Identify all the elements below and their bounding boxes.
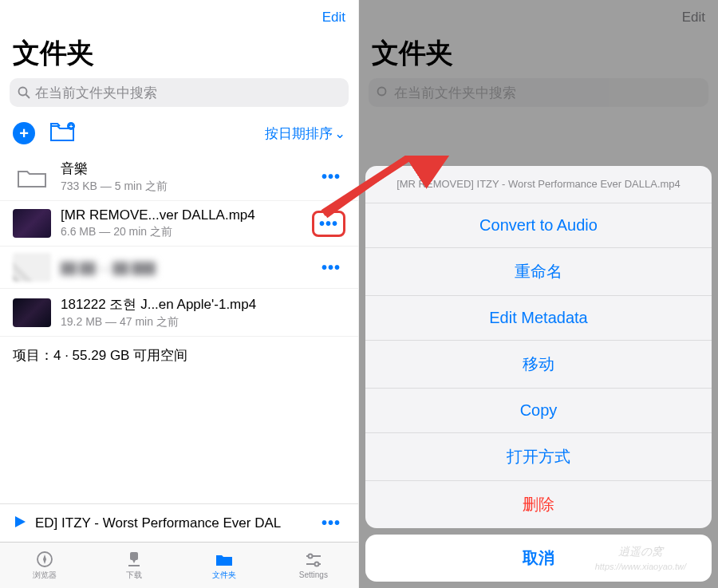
watermark: 逍遥の窝https://www.xiaoyao.tw/ [595, 545, 686, 572]
now-playing-title: ED] ITZY - Worst Performance Ever DAL [35, 515, 306, 531]
left-panel: Edit 文件夹 在当前文件夹中搜索 + + 按日期排序 ⌄ 音樂 733 KB… [0, 0, 359, 588]
search-icon [18, 86, 30, 99]
more-button[interactable]: ••• [312, 211, 345, 237]
tab-download[interactable]: 下载 [89, 543, 179, 588]
list-item[interactable]: 音樂 733 KB — 5 min 之前 ••• [0, 153, 358, 201]
action-open-with[interactable]: 打开方式 [365, 433, 712, 481]
list-item[interactable]: [MR REMOVE...ver DALLA.mp4 6.6 MB — 20 m… [0, 201, 358, 247]
topbar: Edit [0, 0, 358, 35]
svg-point-0 [19, 88, 27, 96]
compass-icon [34, 551, 55, 568]
file-subtitle: ██ ██ — ██ ███ [61, 262, 307, 274]
svg-marker-4 [15, 516, 26, 527]
tab-browser[interactable]: 浏览器 [0, 543, 89, 588]
action-delete[interactable]: 删除 [365, 481, 712, 528]
file-list: 音樂 733 KB — 5 min 之前 ••• [MR REMOVE...ve… [0, 153, 358, 503]
sheet-title: [MR REMOVED] ITZY - Worst Performance Ev… [365, 166, 712, 203]
action-edit-metadata[interactable]: Edit Metadata [365, 296, 712, 341]
svg-point-10 [308, 554, 312, 558]
right-panel: Edit 文件夹 在当前文件夹中搜索 [MR REMOVED] ITZY - W… [359, 0, 718, 588]
file-name: 181222 조현 J...en Apple'-1.mp4 [61, 295, 345, 314]
folder-icon [214, 551, 235, 568]
folder-icon [13, 163, 51, 191]
folder-plus-icon: + [49, 121, 75, 142]
tab-settings[interactable]: Settings [269, 543, 358, 588]
sliders-icon [303, 551, 324, 569]
svg-text:+: + [69, 123, 73, 130]
now-playing-bar[interactable]: ED] ITZY - Worst Performance Ever DAL ••… [0, 503, 358, 542]
video-thumbnail [13, 253, 51, 282]
more-button[interactable]: ••• [317, 511, 345, 535]
file-name: [MR REMOVE...ver DALLA.mp4 [61, 207, 302, 223]
action-move[interactable]: 移动 [365, 341, 712, 389]
sort-button[interactable]: 按日期排序 ⌄ [265, 124, 345, 143]
file-subtitle: 733 KB — 5 min 之前 [61, 180, 307, 194]
action-sheet: [MR REMOVED] ITZY - Worst Performance Ev… [365, 166, 712, 582]
tab-folder[interactable]: 文件夹 [180, 543, 269, 588]
edit-button[interactable]: Edit [322, 10, 345, 26]
summary-text: 项目：4 · 55.29 GB 可用空间 [0, 337, 358, 374]
svg-rect-8 [128, 565, 140, 566]
svg-marker-6 [43, 554, 46, 564]
file-subtitle: 6.6 MB — 20 min 之前 [61, 225, 302, 239]
action-rename[interactable]: 重命名 [365, 248, 712, 296]
video-thumbnail [13, 298, 51, 327]
svg-point-12 [314, 562, 318, 566]
list-item[interactable]: ██ ██ — ██ ███ ••• [0, 247, 358, 289]
new-folder-button[interactable]: + [49, 121, 75, 145]
add-button[interactable]: + [13, 122, 35, 144]
action-copy[interactable]: Copy [365, 389, 712, 433]
download-icon [124, 551, 144, 568]
file-subtitle: 19.2 MB — 47 min 之前 [61, 315, 345, 330]
more-button[interactable]: ••• [317, 255, 345, 280]
svg-rect-7 [130, 552, 138, 560]
file-name: 音樂 [61, 160, 307, 178]
video-thumbnail [13, 209, 51, 238]
chevron-down-icon: ⌄ [334, 125, 345, 142]
search-input[interactable]: 在当前文件夹中搜索 [10, 78, 349, 107]
play-icon [13, 515, 27, 532]
tab-bar: 浏览器 下载 文件夹 Settings [0, 542, 358, 588]
more-button[interactable]: ••• [317, 164, 345, 189]
action-convert-audio[interactable]: Convert to Audio [365, 203, 712, 248]
plus-icon: + [19, 124, 29, 143]
list-item[interactable]: 181222 조현 J...en Apple'-1.mp4 19.2 MB — … [0, 289, 358, 337]
toolbar: + + 按日期排序 ⌄ [0, 116, 358, 153]
svg-line-1 [26, 95, 30, 99]
page-title: 文件夹 [0, 35, 358, 78]
search-placeholder: 在当前文件夹中搜索 [35, 84, 157, 102]
